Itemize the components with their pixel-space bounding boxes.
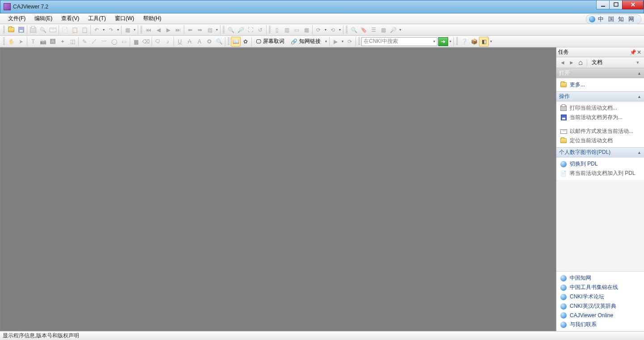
- nav-fwd-icon[interactable]: ►: [567, 58, 576, 67]
- nav-menu-icon[interactable]: ▤: [205, 25, 215, 35]
- page-facingcont-icon[interactable]: ▦: [301, 25, 311, 35]
- highlight-icon[interactable]: ▆: [131, 37, 141, 47]
- pin-icon[interactable]: 📌: [630, 49, 636, 55]
- ops-locate-item[interactable]: 定位当前活动文档: [557, 136, 643, 145]
- page-single-icon[interactable]: ▯: [272, 25, 282, 35]
- ocr-icon[interactable]: 🅰: [48, 37, 58, 47]
- brand-badge[interactable]: 中 国 知 网: [586, 14, 641, 24]
- ops-mail-item[interactable]: 以邮件方式发送当前活动...: [557, 127, 643, 136]
- save-icon[interactable]: [16, 25, 26, 35]
- toolbar-grip[interactable]: [140, 26, 142, 34]
- page-cont-icon[interactable]: ▥: [282, 25, 292, 35]
- dict-toggle-icon[interactable]: 📖: [231, 37, 241, 47]
- ops-print-item[interactable]: 打印当前活动文档...: [557, 103, 643, 113]
- toolbar-grip[interactable]: [358, 38, 360, 46]
- help-icon[interactable]: ❔: [459, 37, 469, 47]
- copy-icon[interactable]: 📄: [60, 25, 70, 35]
- link-toolbook[interactable]: 中国工具书集锦在线: [557, 283, 643, 292]
- section-pdl-header[interactable]: 个人数字图书馆(PDL) ▲: [556, 147, 644, 157]
- mail-icon[interactable]: [48, 25, 58, 35]
- document-canvas[interactable]: [0, 47, 556, 331]
- bookmark-icon[interactable]: 🔖: [359, 25, 369, 35]
- find-icon[interactable]: 🔍: [349, 25, 359, 35]
- pick-icon[interactable]: ✦: [58, 37, 68, 47]
- toolbar-grip[interactable]: [223, 26, 225, 34]
- open-icon[interactable]: [6, 25, 16, 35]
- link-dict[interactable]: CNKI英汉/汉英辞典: [557, 302, 643, 311]
- zoom-out-icon[interactable]: 🔎: [236, 25, 246, 35]
- link-cnki[interactable]: 中国知网: [557, 273, 643, 283]
- home-icon[interactable]: [576, 58, 585, 67]
- menu-tools[interactable]: 工具(T): [84, 13, 110, 24]
- magnifier-icon[interactable]: 🔍: [214, 37, 224, 47]
- nav-forward-icon[interactable]: ➡: [195, 25, 205, 35]
- dict-settings-icon[interactable]: ✿: [241, 37, 250, 47]
- next-page-icon[interactable]: ▶: [163, 25, 173, 35]
- pdl-switch-item[interactable]: 切换到 PDL: [557, 159, 643, 169]
- nav-back-icon[interactable]: ◄: [558, 58, 567, 67]
- curve-icon[interactable]: 〰: [99, 37, 109, 47]
- zoom-fit-icon[interactable]: ⛶: [246, 25, 255, 35]
- thumbnails-icon[interactable]: ▦: [378, 25, 388, 35]
- section-open-header[interactable]: 打开 ▲: [556, 68, 644, 78]
- paste-icon[interactable]: 📋: [70, 25, 80, 35]
- menu-window[interactable]: 窗口(W): [110, 13, 139, 24]
- pencil-icon[interactable]: ✎: [80, 37, 89, 47]
- toolbar-grip[interactable]: [269, 26, 271, 34]
- pdl-add-item[interactable]: 📄 将当前活动文档加入到 PDL: [557, 169, 643, 178]
- rotate-cw-icon[interactable]: ⟳: [314, 25, 323, 35]
- link-forum[interactable]: CNKI学术论坛: [557, 292, 643, 302]
- nav-back-icon[interactable]: ⬅: [185, 25, 195, 35]
- close-button[interactable]: ✕: [622, 0, 644, 9]
- text-hl-icon[interactable]: A: [195, 37, 204, 47]
- toolbar-grip[interactable]: [346, 26, 347, 34]
- history-back-icon[interactable]: ▶: [330, 37, 340, 47]
- snapshot-icon[interactable]: 📷: [38, 37, 48, 47]
- clipboard-icon[interactable]: 📋: [80, 25, 89, 35]
- taskpane-doc-tab[interactable]: 文档: [592, 59, 602, 66]
- audio-icon[interactable]: ♪: [163, 37, 173, 47]
- line-icon[interactable]: ／: [89, 37, 99, 47]
- rotate-ccw-icon[interactable]: ⟲: [328, 25, 338, 35]
- taskpane-toggle-icon[interactable]: ◧: [479, 37, 489, 47]
- ellipse-icon[interactable]: ◯: [109, 37, 119, 47]
- strike-icon[interactable]: A: [185, 37, 195, 47]
- last-page-icon[interactable]: ⏭: [173, 25, 183, 35]
- menu-view[interactable]: 查看(V): [57, 13, 84, 24]
- hand-tool-icon[interactable]: ✋: [6, 37, 16, 47]
- search2-icon[interactable]: 🔎: [388, 25, 398, 35]
- toolbar-grip[interactable]: [3, 38, 5, 46]
- prev-page-icon[interactable]: ◀: [153, 25, 163, 35]
- maximize-button[interactable]: [609, 0, 623, 9]
- print-preview-icon[interactable]: 🔍: [38, 25, 48, 35]
- search-input[interactable]: 在CNKI中搜索 ▾: [361, 37, 437, 46]
- undo-icon[interactable]: ↶: [92, 25, 102, 35]
- update-icon[interactable]: 📦: [469, 37, 479, 47]
- history-reload-icon[interactable]: ⟳: [345, 37, 355, 47]
- link-online[interactable]: CAJViewer Online: [557, 311, 643, 320]
- screen-capture-button[interactable]: 🖵 屏幕取词: [253, 37, 288, 47]
- area-icon[interactable]: ◫: [68, 37, 77, 47]
- cnki-link-button[interactable]: 🔗 知网链接: [288, 37, 324, 47]
- search-go-button[interactable]: ➜: [438, 37, 448, 46]
- section-ops-header[interactable]: 操作 ▲: [556, 91, 644, 102]
- layout-icon[interactable]: ▦: [123, 25, 132, 35]
- toolbar-grip[interactable]: [456, 38, 458, 46]
- menu-help[interactable]: 帮助(H): [139, 13, 166, 24]
- minimize-button[interactable]: [596, 0, 610, 9]
- eraser-icon[interactable]: ⌫: [141, 37, 151, 47]
- open-more-item[interactable]: 更多...: [557, 80, 643, 89]
- note-icon[interactable]: 🗨: [153, 37, 163, 47]
- menu-edit[interactable]: 编辑(E): [30, 13, 57, 24]
- underline-icon[interactable]: U: [175, 37, 185, 47]
- print-icon[interactable]: [28, 25, 38, 35]
- outline-icon[interactable]: ☰: [369, 25, 378, 35]
- menu-file[interactable]: 文件(F): [4, 13, 30, 24]
- taskpane-close-icon[interactable]: ✕: [636, 49, 642, 55]
- link-contact[interactable]: 与我们联系: [557, 320, 643, 329]
- toolbar-grip[interactable]: [228, 38, 229, 46]
- redo-icon[interactable]: ↷: [106, 25, 116, 35]
- zoom-in-icon[interactable]: 🔍: [226, 25, 236, 35]
- select-tool-icon[interactable]: ➤: [16, 37, 26, 47]
- rect-icon[interactable]: ▭: [119, 37, 129, 47]
